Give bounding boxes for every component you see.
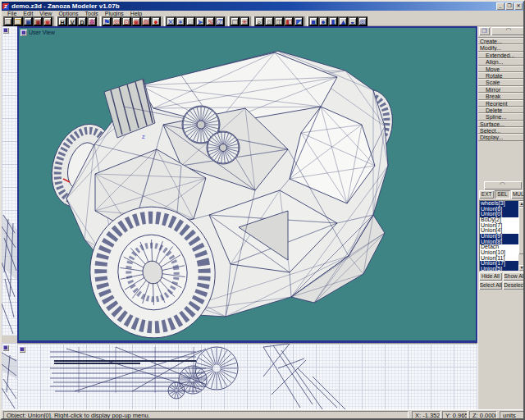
h-view-button[interactable]: H [57,16,67,26]
command-scale[interactable]: Scale [478,79,525,85]
object-list-item[interactable]: Union[4] [480,228,518,234]
object-list-item[interactable]: Union[6] [480,207,518,212]
command-break[interactable]: Break [478,93,525,99]
select-percent-icon[interactable]: ％ [205,16,215,26]
open-file-icon[interactable]: ❒ [13,16,23,26]
hide-all-button[interactable]: Hide All [479,272,502,281]
select-quadr-icon[interactable]: ✕ [166,16,176,26]
viewport-canvas[interactable] [19,28,476,340]
command-display[interactable]: Display... [478,134,525,140]
rollup-commands-button[interactable]: ◠ [491,27,525,35]
user-view-viewport[interactable]: User View Z [17,26,477,343]
save-file-icon[interactable]: ▣ [23,16,33,26]
viewport-label: User View [29,30,55,36]
command-align[interactable]: Align... [478,58,525,65]
select-arrow-icon[interactable]: ➤ [195,16,205,26]
command-delete[interactable]: Delete [478,107,525,113]
object-list-item[interactable]: wheels[3] [480,201,518,207]
viewport-icon[interactable] [19,346,25,353]
command-extended[interactable]: Extended... [478,52,525,58]
primitive-torus-icon[interactable]: ◎ [358,16,368,26]
flag-icon-glyph: ⚑ [103,18,110,26]
command-modify[interactable]: Modify... [478,44,525,51]
select-star-icon[interactable]: ✶ [176,16,185,26]
viewport-icon[interactable] [21,30,27,36]
axes-gizmo-icon[interactable]: ✳ [240,16,249,26]
minimize-button[interactable]: _ [496,2,504,10]
primitive-cone-icon[interactable]: ▲ [338,16,348,26]
command-reorient[interactable]: Reorient [478,100,525,107]
import-file-icon[interactable]: ▣ [33,16,43,26]
command-move[interactable]: Move [478,66,525,72]
object-list-item[interactable]: Union[10] [480,250,518,256]
object-list-item[interactable]: Union[9] [480,234,518,240]
status-bar: Object: Union[0]. Right-click to display… [2,409,523,420]
toolbar: ❏❒▣▣◉HVD✽⚑◎⊙◉◍●✕✶◌➤％Ⓩ▢✳⌕○◫◧◩■●▮▲●◎ [2,16,523,26]
material-editor-icon-glyph: ✽ [89,18,95,26]
view-box-icon[interactable]: ◫ [274,16,284,26]
objects-level-icon[interactable]: ◍ [141,16,151,26]
mode-tab-mul[interactable]: MUL [511,190,525,199]
command-spline[interactable]: Spline... [478,113,525,120]
scroll-down-button[interactable]: ▼ [518,265,525,271]
list-button-row: Select AllDeselect [478,281,525,290]
viewport-icon[interactable] [2,27,9,34]
left-sliver-wireframe [2,26,17,336]
command-select[interactable]: Select... [478,127,525,134]
primitive-cube-icon[interactable]: ■ [308,16,318,26]
command-rotate[interactable]: Rotate [478,72,525,79]
close-button[interactable]: ✕ [514,2,523,10]
object-list-item[interactable]: Union[8] [480,240,518,245]
left-viewport-sliver-bottom[interactable] [2,343,17,409]
d-view-button[interactable]: D [77,16,87,26]
object-list-item[interactable]: Union[5] [480,267,518,271]
viewport-canvas[interactable] [17,344,477,409]
deselect-button[interactable]: Deselect [503,281,525,290]
export-file-icon[interactable]: ◉ [43,16,52,26]
restore-button[interactable]: ❐ [505,2,514,10]
viewport-layout-button[interactable]: ❐ [479,27,490,35]
primitive-disc-icon[interactable]: ● [348,16,358,26]
command-surface[interactable]: Surface... [478,121,525,127]
viewport-icon[interactable] [2,345,9,351]
scroll-thumb[interactable] [518,207,525,254]
show-all-button[interactable]: Show All [503,272,525,281]
render-sphere-icon-glyph: ● [153,18,159,26]
mode-tab-sel[interactable]: SEL [495,190,509,199]
rollup-list-button[interactable]: ◠ [484,181,522,189]
polygons-level-icon[interactable]: ◉ [131,16,141,26]
vertices-level-icon[interactable]: ◎ [112,16,121,26]
d-view-button-glyph: D [79,18,85,26]
new-file-icon[interactable]: ❏ [3,16,13,26]
left-viewport-sliver-top[interactable] [2,26,17,336]
view-sphere-icon[interactable]: ○ [264,16,274,26]
object-list-item[interactable]: Union[7] [480,223,518,229]
v-view-button[interactable]: V [67,16,77,26]
flag-icon[interactable]: ⚑ [102,16,112,26]
primitive-sphere-icon[interactable]: ● [318,16,328,26]
select-lasso-icon[interactable]: ◌ [185,16,195,26]
view-scene-icon[interactable]: ◩ [294,16,304,26]
zoom-icon[interactable]: ⌕ [254,16,264,26]
object-list-item[interactable]: Detach [480,244,518,250]
marquee-icon[interactable]: ▢ [230,16,240,26]
object-list-item[interactable]: Union[11] [480,256,518,262]
select-all-button[interactable]: Select All [479,281,502,290]
object-list-item[interactable]: Union[0] [480,212,518,217]
title-bar[interactable]: Z demo.z3d - Zanoza Modeler v1.07b _❐✕ [2,2,523,11]
object-list-scrollbar[interactable]: ▲ ▼ [518,201,525,271]
scroll-up-button[interactable]: ▲ [518,201,525,207]
bottom-viewport[interactable] [17,343,477,409]
edges-level-icon[interactable]: ⊙ [121,16,131,26]
object-list-item[interactable]: BoDy[2] [480,217,518,223]
render-sphere-icon[interactable]: ● [151,16,161,26]
material-editor-icon[interactable]: ✽ [87,16,97,26]
zanoza-icon[interactable]: Ⓩ [215,16,225,26]
view-monitor-icon[interactable]: ◧ [284,16,294,26]
command-create[interactable]: Create... [478,38,525,44]
command-mirror[interactable]: Mirror [478,86,525,93]
object-list-item[interactable]: Union[17] [480,261,518,267]
object-list: wheels[3]Union[6]Union[0]BoDy[2]Union[7]… [480,201,518,271]
mode-tab-ext[interactable]: EXT [479,190,494,199]
primitive-cylinder-icon[interactable]: ▮ [328,16,338,26]
